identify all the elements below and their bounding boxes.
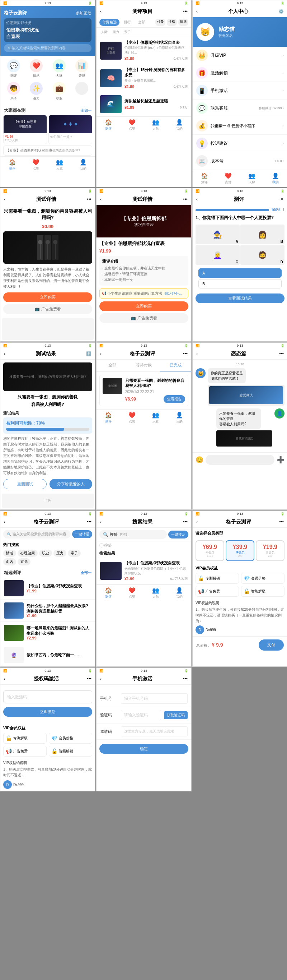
featured-item-4[interactable]: 🔮 假如甲乙丙，你最吃下面一…… — [0, 644, 95, 667]
menu-feedback[interactable]: 💡 投诉建议 › — [193, 135, 287, 152]
hot-tag-health[interactable]: 心理健康 — [17, 550, 38, 557]
cat-creativity[interactable]: ✨ 创力 — [25, 82, 48, 101]
tab-rank[interactable]: 排行 — [121, 19, 134, 26]
more-icon-10[interactable]: ••• — [87, 519, 92, 525]
test-item-2[interactable]: 🧠 【专业】15分钟,测测你的自我有多多元 专业 · 多维自我测试... ¥1.… — [97, 64, 191, 92]
sr-tab-like[interactable]: ❤️ 点赞 — [120, 586, 144, 600]
quiz-answer-b[interactable]: B — [198, 279, 282, 288]
phone-number-input[interactable]: 输入手机号码 — [121, 693, 188, 704]
chat-add-icon[interactable]: ➕ — [277, 456, 284, 464]
popular-item-2[interactable]: ✦✦✦ 你们何在一起？ — [48, 115, 92, 144]
cat-child[interactable]: 🧒 亲子 — [2, 82, 25, 101]
see-all-1[interactable]: 全部一 — [81, 108, 92, 113]
back-icon-11[interactable]: ‹ — [100, 519, 101, 525]
view-result-button[interactable]: 查看测试结果 — [195, 293, 284, 303]
more-icon-14[interactable]: ••• — [183, 676, 188, 681]
back-icon[interactable]: ‹ — [100, 9, 101, 14]
activate-button[interactable]: 立即激活 — [3, 707, 92, 717]
tab-favorite[interactable]: ❤️ 点赞 — [24, 158, 48, 172]
back-icon-10[interactable]: ‹ — [4, 519, 5, 525]
share-icon-5[interactable]: ••• — [183, 197, 188, 202]
share-button[interactable]: 分享给最爱的人 — [49, 479, 92, 489]
one-click-btn[interactable]: 一键转活 — [72, 530, 92, 538]
search-result-item-1[interactable]: 【专业】伯恩斯抑郁状况自查表 来自测试中有效测量伯恩斯（【专业】伯恩斯抑郁状况.… — [97, 558, 191, 584]
settings-icon[interactable]: ⚙️ — [278, 9, 284, 14]
p-tab-like[interactable]: ❤️ 点赞 — [216, 172, 240, 185]
more-icon-13[interactable]: ••• — [87, 676, 92, 681]
pay-button[interactable]: 支付 — [258, 640, 284, 651]
hot-tag-parenting[interactable]: 亲子 — [68, 550, 81, 557]
back-icon-5[interactable]: ‹ — [100, 197, 101, 202]
home-search-input[interactable]: 🔍 输入关键词搜索你想要的测评内容 — [3, 530, 71, 538]
dep-ad-banner[interactable]: 📢 小学生新题满意 重要题的计算方法 881+876=... — [99, 288, 188, 299]
sr-tab-people[interactable]: 👥 人脉 — [144, 586, 168, 600]
retest-button[interactable]: 重测测试 — [3, 479, 47, 489]
vip-year[interactable]: ¥69.9 年会员 ¥199 — [195, 540, 224, 561]
menu-version[interactable]: 📖 版本号 1.0.0 › — [193, 152, 287, 170]
buy-button-4[interactable]: 立即购买 — [3, 293, 92, 302]
back-icon-7[interactable]: ‹ — [4, 352, 5, 356]
see-all-10[interactable]: 全部一 — [81, 571, 92, 576]
tl-tab-home[interactable]: 🏠 测评 — [97, 118, 120, 132]
share-icon-7[interactable]: ⬆️ — [86, 352, 92, 356]
tl-tab-profile[interactable]: 👤 我的 — [168, 118, 191, 132]
p-tab-profile[interactable]: 👤 我的 — [264, 172, 287, 185]
chat-input[interactable] — [206, 455, 274, 465]
cat-manage[interactable]: 📊 管理 — [71, 59, 94, 78]
tag-ability[interactable]: 能力 — [111, 29, 121, 35]
header-action[interactable]: 参加互动 — [76, 10, 92, 16]
tag-child[interactable]: 亲子 — [122, 29, 132, 35]
chat-test-preview[interactable]: 善良测试预览 — [216, 430, 272, 447]
share-icon-4[interactable]: ••• — [87, 197, 92, 202]
menu-earn[interactable]: 💰 我也赚一点 云测评小程序 › — [193, 117, 287, 135]
back-icon-4[interactable]: ‹ — [4, 197, 5, 202]
hot-tag-career[interactable]: 职业 — [39, 550, 52, 557]
filter-personality[interactable]: 性格 — [167, 19, 177, 26]
quiz-option-b-img[interactable]: 👩 B — [240, 224, 284, 244]
cat-network[interactable]: 👥 人脉 — [48, 59, 71, 78]
back-icon-3[interactable]: ‹ — [196, 9, 198, 14]
menu-phone[interactable]: 📱 手机激活 › — [193, 82, 287, 100]
tab-paid[interactable]: 付费精选 — [99, 19, 119, 26]
quiz-option-a-img[interactable]: 🧙 A — [195, 224, 239, 244]
quiz-option-d-img[interactable]: 🧔 D — [240, 245, 284, 265]
cat-emotion[interactable]: ❤️ 情感 — [25, 59, 48, 78]
invite-input[interactable]: 这里宣方专属，先无需填充此项 — [121, 726, 188, 737]
tag-interpersonal[interactable]: 人际 — [99, 29, 109, 35]
confirm-button[interactable]: 确定 — [99, 744, 188, 754]
menu-vip[interactable]: 👑 升级VIP › — [193, 47, 287, 64]
view-report-button[interactable]: 查看报告 — [163, 395, 185, 403]
more-icon-12[interactable]: ••• — [279, 519, 284, 525]
tab-all[interactable]: 全部 — [135, 19, 148, 26]
o-tab-home[interactable]: 🏠 测评 — [97, 411, 120, 425]
ad-button-5[interactable]: 📺 广告免费看 — [99, 313, 188, 323]
vip-quarter[interactable]: ¥39.9 季会员 ¥99 — [226, 540, 254, 561]
featured-item-3[interactable]: 哪一场风暴来的最猛烈? 测试你的人生迎来什么考验 ¥2.99 — [0, 622, 95, 644]
featured-item-1[interactable]: 【专业】伯恩斯抑郁状况自查表 ¥1.99 — [0, 577, 95, 600]
home-search[interactable]: 🔍 输入关键词搜索你想要的测评内容 — [4, 44, 92, 52]
vip-month[interactable]: ¥19.9 月会员 ¥39 — [256, 540, 284, 561]
filter-paid[interactable]: 付费 — [155, 19, 165, 26]
buy-button-5[interactable]: 立即购买 — [99, 301, 188, 311]
search-confirm-btn[interactable]: 一键转活 — [168, 531, 188, 538]
back-icon-12[interactable]: ‹ — [196, 519, 198, 525]
result-ad-banner[interactable]: 广告 — [2, 493, 94, 508]
activation-input[interactable]: 输入激活码 — [3, 690, 92, 703]
tab-home[interactable]: 🏠 测评 — [0, 158, 24, 172]
tab-profile[interactable]: 👤 我的 — [71, 158, 95, 172]
back-icon-8[interactable]: ‹ — [100, 352, 101, 356]
cat-survey[interactable]: 💬 测评 — [2, 59, 25, 78]
filter-emotion[interactable]: 情感 — [178, 19, 188, 26]
hot-tag-emotion[interactable]: 情感 — [3, 550, 16, 557]
o-tab-profile[interactable]: 👤 我的 — [168, 411, 191, 425]
sr-tab-home[interactable]: 🏠 测评 — [97, 586, 120, 600]
code-input[interactable]: 请输入验证码 — [121, 710, 161, 720]
home-test-item[interactable]: 【专业】伯恩斯抑郁状况自查你的真正是恋爱吗? — [0, 144, 95, 156]
back-icon-14[interactable]: ‹ — [100, 676, 101, 681]
back-icon-9[interactable]: ‹ — [196, 352, 198, 356]
more-icon-9[interactable]: ••• — [279, 352, 284, 356]
close-icon-6[interactable]: ✕ — [280, 197, 284, 202]
tl-tab-like[interactable]: ❤️ 点赞 — [120, 118, 144, 132]
test-item-3[interactable]: 🌊 测你越越长越还是越退缩 ¥1.99 0.7万 — [97, 92, 191, 116]
cat-career[interactable]: 💼 职业 — [48, 82, 71, 101]
